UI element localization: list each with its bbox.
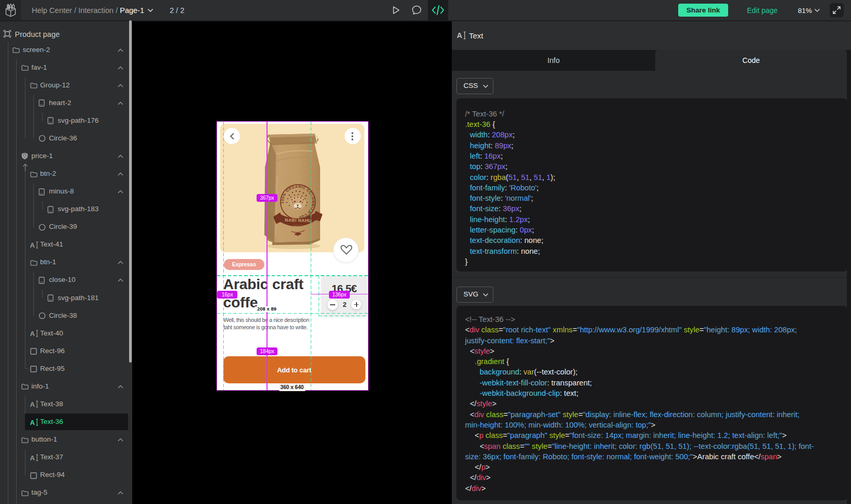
svg-text:A: A (457, 31, 463, 40)
svg-text:A: A (30, 400, 35, 408)
svg-text:A: A (30, 419, 35, 426)
svg-text:NABI NAHU: NABI NAHU (285, 217, 312, 223)
svg-text:A: A (30, 330, 35, 337)
svg-text:A: A (30, 241, 35, 249)
svg-text:A: A (30, 454, 35, 461)
svg-text:SINCE 1930: SINCE 1930 (293, 225, 303, 227)
